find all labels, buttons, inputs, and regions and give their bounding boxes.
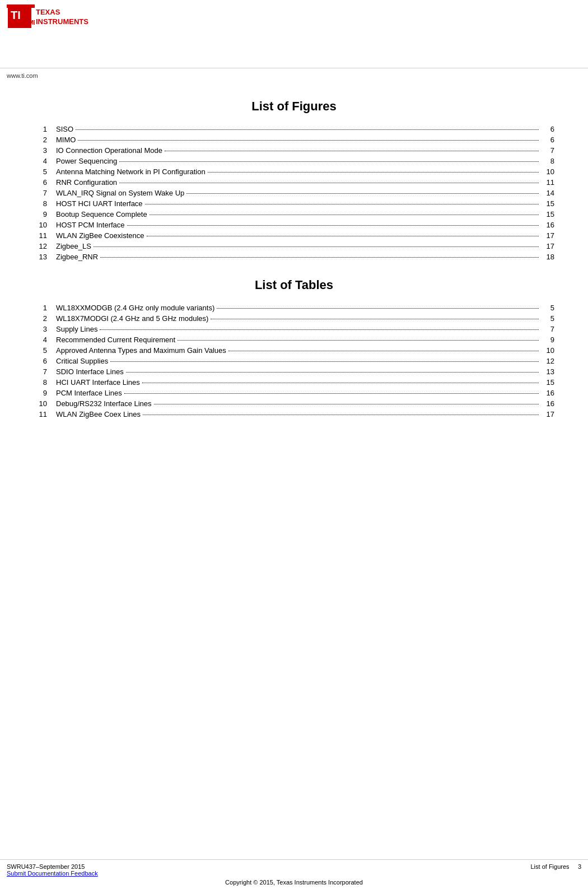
toc-row: 11 WLAN ZigBee Coex Lines 17: [34, 410, 554, 418]
toc-dots: Power Sequencing 8: [56, 157, 554, 165]
toc-label: HOST PCM Interface 16: [56, 221, 554, 229]
submit-feedback-link[interactable]: Submit Documentation Feedback: [7, 870, 98, 877]
toc-label: WL18X7MODGI (2.4 GHz and 5 GHz modules) …: [56, 314, 554, 323]
toc-text: Supply Lines: [56, 325, 97, 333]
toc-page: 11: [541, 178, 554, 187]
toc-dot-fill: [119, 161, 539, 162]
toc-dots: HOST PCM Interface 16: [56, 221, 554, 229]
toc-text: PCM Interface Lines: [56, 389, 122, 397]
toc-dot-fill: [127, 225, 539, 226]
toc-page: 7: [541, 146, 554, 155]
footer-left: SWRU437–September 2015 Submit Documentat…: [7, 863, 98, 877]
toc-dots: PCM Interface Lines 16: [56, 389, 554, 397]
toc-dot-fill: [165, 151, 539, 151]
footer-doc-num: SWRU437–September 2015: [7, 863, 98, 870]
svg-text:TEXAS: TEXAS: [36, 8, 60, 16]
toc-num: 9: [34, 210, 56, 218]
toc-row: 8 HOST HCI UART Interface 15: [34, 199, 554, 208]
toc-dots: Debug/RS232 Interface Lines 16: [56, 399, 554, 408]
toc-dot-fill: [154, 404, 539, 404]
website-label: www.ti.com: [0, 71, 588, 82]
toc-dots: IO Connection Operational Mode 7: [56, 146, 554, 155]
toc-row: 1 SISO 6: [34, 125, 554, 133]
toc-row: 5 Approved Antenna Types and Maximum Gai…: [34, 346, 554, 355]
toc-text: Debug/RS232 Interface Lines: [56, 399, 152, 408]
toc-dot-fill: [100, 329, 539, 330]
tables-toc-list: 1 WL18XXMODGB (2.4 GHz only module varia…: [34, 304, 554, 418]
toc-text: WL18X7MODGI (2.4 GHz and 5 GHz modules): [56, 314, 208, 323]
toc-label: WLAN ZigBee Coex Lines 17: [56, 410, 554, 418]
toc-text: HOST PCM Interface: [56, 221, 125, 229]
toc-dots: RNR Configuration 11: [56, 178, 554, 187]
toc-text: Approved Antenna Types and Maximum Gain …: [56, 346, 226, 355]
toc-dots: WLAN_IRQ Signal on System Wake Up 14: [56, 189, 554, 197]
toc-page: 17: [541, 410, 554, 418]
toc-text: SDIO Interface Lines: [56, 367, 124, 376]
toc-row: 8 HCI UART Interface Lines 15: [34, 378, 554, 387]
toc-dots: Zigbee_LS 17: [56, 242, 554, 250]
toc-page: 15: [541, 199, 554, 208]
toc-num: 2: [34, 136, 56, 144]
toc-dot-fill: [147, 236, 539, 236]
toc-dots: Supply Lines 7: [56, 325, 554, 333]
toc-row: 12 Zigbee_LS 17: [34, 242, 554, 250]
toc-dot-fill: [94, 246, 539, 247]
toc-page: 14: [541, 189, 554, 197]
toc-label: Approved Antenna Types and Maximum Gain …: [56, 346, 554, 355]
toc-page: 13: [541, 367, 554, 376]
toc-num: 11: [34, 410, 56, 418]
toc-dots: HOST HCI UART Interface 15: [56, 199, 554, 208]
toc-dot-fill: [110, 361, 539, 362]
toc-label: Supply Lines 7: [56, 325, 554, 333]
toc-dots: SDIO Interface Lines 13: [56, 367, 554, 376]
svg-text:TI: TI: [11, 9, 21, 21]
toc-dot-fill: [119, 183, 539, 183]
toc-text: Critical Supplies: [56, 357, 108, 365]
footer-right: List of Figures 3: [531, 863, 582, 870]
tables-title: List of Tables: [34, 278, 554, 292]
toc-page: 6: [541, 125, 554, 133]
toc-text: Recommended Current Requirement: [56, 336, 175, 344]
toc-dots: WL18X7MODGI (2.4 GHz and 5 GHz modules) …: [56, 314, 554, 323]
toc-dot-fill: [124, 393, 539, 394]
header-separator: www.ti.com: [0, 68, 588, 82]
toc-page: 5: [541, 314, 554, 323]
toc-page: 16: [541, 389, 554, 397]
toc-num: 11: [34, 231, 56, 240]
toc-dots: Antenna Matching Network in PI Configura…: [56, 167, 554, 176]
tables-section: List of Tables 1 WL18XXMODGB (2.4 GHz on…: [34, 278, 554, 418]
toc-num: 10: [34, 221, 56, 229]
toc-text: SISO: [56, 125, 73, 133]
toc-text: HCI UART Interface Lines: [56, 378, 140, 387]
toc-num: 10: [34, 399, 56, 408]
toc-text: Bootup Sequence Complete: [56, 210, 147, 218]
toc-text: WL18XXMODGB (2.4 GHz only module variant…: [56, 304, 214, 312]
toc-page: 7: [541, 325, 554, 333]
toc-label: Bootup Sequence Complete 15: [56, 210, 554, 218]
toc-row: 6 Critical Supplies 12: [34, 357, 554, 365]
toc-page: 17: [541, 231, 554, 240]
toc-text: RNR Configuration: [56, 178, 117, 187]
toc-page: 15: [541, 210, 554, 218]
main-content: List of Figures 1 SISO 6 2 MIMO 6 3: [0, 82, 588, 480]
toc-row: 13 Zigbee_RNR 18: [34, 253, 554, 261]
toc-label: Power Sequencing 8: [56, 157, 554, 165]
footer-copyright: Copyright © 2015, Texas Instruments Inco…: [7, 879, 581, 886]
toc-label: SDIO Interface Lines 13: [56, 367, 554, 376]
toc-dots: Critical Supplies 12: [56, 357, 554, 365]
toc-label: IO Connection Operational Mode 7: [56, 146, 554, 155]
toc-text: Antenna Matching Network in PI Configura…: [56, 167, 206, 176]
toc-dots: MIMO 6: [56, 136, 554, 144]
toc-num: 2: [34, 314, 56, 323]
footer-page-num: 3: [578, 863, 581, 870]
toc-num: 8: [34, 199, 56, 208]
toc-page: 15: [541, 378, 554, 387]
toc-text: WLAN_IRQ Signal on System Wake Up: [56, 189, 184, 197]
toc-dot-fill: [145, 204, 539, 204]
toc-num: 6: [34, 357, 56, 365]
toc-dot-fill: [186, 193, 539, 194]
toc-row: 4 Power Sequencing 8: [34, 157, 554, 165]
toc-num: 4: [34, 157, 56, 165]
toc-label: WL18XXMODGB (2.4 GHz only module variant…: [56, 304, 554, 312]
toc-page: 17: [541, 242, 554, 250]
